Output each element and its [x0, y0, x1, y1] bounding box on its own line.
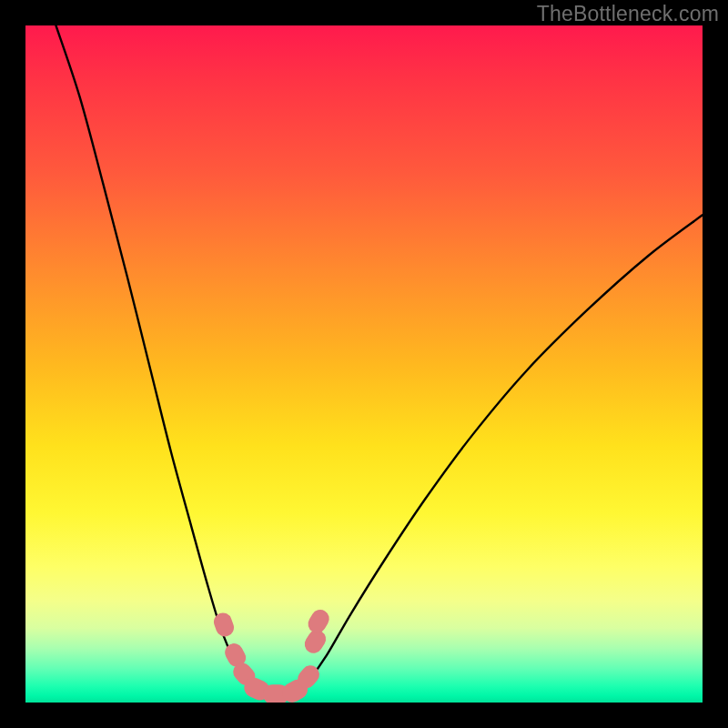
chart-frame: TheBottleneck.com — [0, 0, 728, 728]
bottleneck-curve — [56, 25, 703, 696]
valley-marker — [305, 606, 333, 636]
valley-marker — [211, 611, 237, 640]
plot-area — [25, 25, 703, 703]
curve-layer — [25, 25, 703, 703]
v-curve-path — [56, 25, 703, 696]
valley-markers — [211, 606, 332, 703]
watermark-text: TheBottleneck.com — [537, 2, 719, 26]
